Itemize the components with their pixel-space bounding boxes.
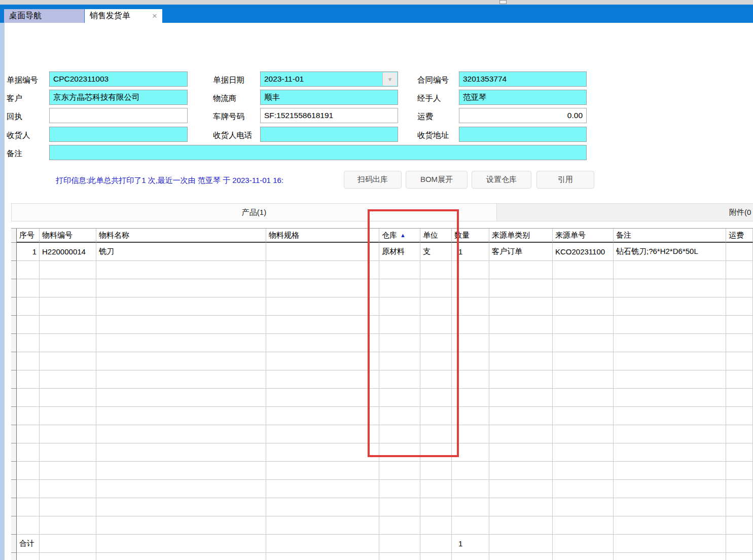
- cell-qty[interactable]: [452, 425, 489, 443]
- column-header-srcno[interactable]: 来源单号: [553, 229, 614, 243]
- cell-name[interactable]: [96, 352, 266, 370]
- cell-sel[interactable]: [11, 516, 17, 535]
- cell-spec[interactable]: [266, 389, 379, 407]
- cell-note[interactable]: [614, 297, 726, 316]
- cell-wh[interactable]: [379, 425, 420, 443]
- cell-srcno[interactable]: [553, 425, 614, 443]
- cell-seq[interactable]: [17, 462, 40, 480]
- cell-seq[interactable]: [17, 443, 40, 462]
- cell-code[interactable]: [40, 370, 96, 389]
- receipt-field[interactable]: [49, 108, 188, 123]
- cell-sel[interactable]: [11, 498, 17, 516]
- cell-spec[interactable]: [266, 243, 379, 261]
- cell-qty[interactable]: [452, 316, 489, 334]
- cell-unit[interactable]: [420, 297, 452, 316]
- cell-spec[interactable]: [266, 261, 379, 279]
- cell-freight[interactable]: [726, 553, 753, 560]
- cell-unit[interactable]: [420, 443, 452, 462]
- cell-code[interactable]: H220000014: [40, 243, 96, 261]
- cell-srcno[interactable]: [553, 297, 614, 316]
- cell-srcno[interactable]: [553, 261, 614, 279]
- cell-freight[interactable]: [726, 407, 753, 425]
- cell-qty[interactable]: [452, 352, 489, 370]
- column-header-seq[interactable]: 序号: [17, 229, 40, 243]
- cell-wh[interactable]: [379, 370, 420, 389]
- cell-sel[interactable]: [11, 243, 17, 261]
- cell-spec[interactable]: [266, 352, 379, 370]
- cell-srcno[interactable]: [553, 498, 614, 516]
- cell-unit[interactable]: [420, 407, 452, 425]
- column-header-code[interactable]: 物料编号: [40, 229, 96, 243]
- doc-no-field[interactable]: CPC202311003: [49, 71, 188, 87]
- cell-name[interactable]: [96, 297, 266, 316]
- cell-freight[interactable]: [726, 462, 753, 480]
- cell-unit[interactable]: [420, 553, 452, 560]
- cell-note[interactable]: [614, 261, 726, 279]
- cell-srctype[interactable]: [489, 334, 553, 352]
- cell-wh[interactable]: [379, 462, 420, 480]
- column-header-note[interactable]: 备注: [614, 229, 726, 243]
- cell-unit[interactable]: [420, 334, 452, 352]
- cell-srcno[interactable]: [553, 462, 614, 480]
- handler-field[interactable]: 范亚琴: [459, 90, 587, 105]
- cell-qty[interactable]: [452, 279, 489, 297]
- cell-sel[interactable]: [11, 370, 17, 389]
- cell-unit[interactable]: [420, 352, 452, 370]
- cell-srcno[interactable]: [553, 370, 614, 389]
- cell-spec[interactable]: [266, 297, 379, 316]
- cell-code[interactable]: [40, 352, 96, 370]
- cell-note[interactable]: [614, 352, 726, 370]
- cell-srcno[interactable]: [553, 316, 614, 334]
- receiver-addr-field[interactable]: [459, 127, 587, 142]
- column-header-freight[interactable]: 运费: [726, 229, 753, 243]
- cell-sel[interactable]: [11, 462, 17, 480]
- cell-sel[interactable]: [11, 316, 17, 334]
- cell-seq[interactable]: [17, 316, 40, 334]
- cell-sel[interactable]: [11, 261, 17, 279]
- cell-wh[interactable]: [379, 297, 420, 316]
- cell-wh[interactable]: [379, 443, 420, 462]
- cell-srctype[interactable]: [489, 425, 553, 443]
- cell-name[interactable]: [96, 462, 266, 480]
- cell-unit[interactable]: 支: [420, 243, 452, 261]
- cell-code[interactable]: [40, 425, 96, 443]
- receiver-phone-field[interactable]: [260, 127, 398, 142]
- cell-unit[interactable]: [420, 316, 452, 334]
- cell-note[interactable]: [614, 370, 726, 389]
- cell-srctype[interactable]: [489, 462, 553, 480]
- cell-qty[interactable]: [452, 261, 489, 279]
- cell-wh[interactable]: [379, 389, 420, 407]
- cell-code[interactable]: [40, 553, 96, 560]
- cell-wh[interactable]: [379, 352, 420, 370]
- cell-freight[interactable]: [726, 316, 753, 334]
- cell-srcno[interactable]: [553, 407, 614, 425]
- cell-seq[interactable]: [17, 297, 40, 316]
- cell-srctype[interactable]: [489, 480, 553, 498]
- cell-srctype[interactable]: [489, 407, 553, 425]
- cell-srctype[interactable]: [489, 516, 553, 535]
- cell-name[interactable]: [96, 407, 266, 425]
- cell-wh[interactable]: [379, 480, 420, 498]
- column-header-unit[interactable]: 单位: [420, 229, 452, 243]
- cell-note[interactable]: [614, 334, 726, 352]
- plate-field[interactable]: SF:1521558618191: [260, 108, 398, 123]
- cell-sel[interactable]: [11, 443, 17, 462]
- cell-freight[interactable]: [726, 443, 753, 462]
- freight-field[interactable]: 0.00: [459, 108, 587, 123]
- cell-code[interactable]: [40, 334, 96, 352]
- cell-srctype[interactable]: [489, 316, 553, 334]
- column-header-sel[interactable]: [11, 229, 17, 243]
- tab-products[interactable]: 产品(1): [11, 203, 497, 221]
- cell-seq[interactable]: [17, 516, 40, 535]
- cell-sel[interactable]: [11, 389, 17, 407]
- cell-srcno[interactable]: [553, 553, 614, 560]
- cell-name[interactable]: [96, 443, 266, 462]
- splitter-notch[interactable]: [499, 0, 507, 4]
- cell-srctype[interactable]: [489, 279, 553, 297]
- cell-code[interactable]: [40, 297, 96, 316]
- cell-code[interactable]: [40, 316, 96, 334]
- column-header-spec[interactable]: 物料规格: [266, 229, 379, 243]
- tab-sales-delivery[interactable]: 销售发货单 ×: [85, 9, 162, 23]
- cell-sel[interactable]: [11, 407, 17, 425]
- cell-note[interactable]: [614, 425, 726, 443]
